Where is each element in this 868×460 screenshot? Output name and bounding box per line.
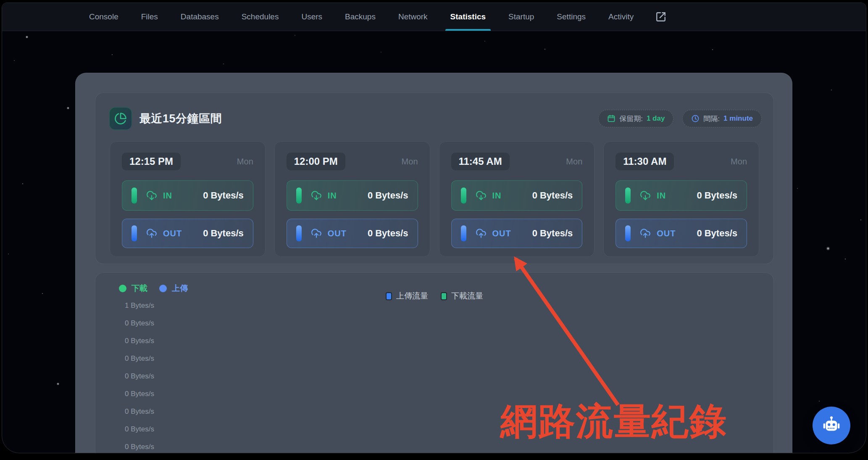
cloud-download-icon	[146, 190, 157, 201]
out-label: OUT	[328, 229, 347, 238]
clock-icon	[691, 114, 700, 123]
in-label: IN	[492, 191, 502, 201]
day-label: Mon	[237, 157, 253, 167]
download-traffic-label: 下載流量	[451, 291, 483, 301]
external-link-button[interactable]	[651, 3, 671, 31]
chart-legend: 上傳流量 下載流量	[95, 291, 773, 301]
tab-backups[interactable]: Backups	[340, 3, 381, 31]
in-indicator-bar	[625, 188, 631, 204]
y-axis-tick: 1 Bytes/s	[125, 301, 154, 310]
interval-badge: 間隔: 1 minute	[682, 110, 762, 127]
app-window: Console Files Databases Schedules Users …	[2, 3, 866, 453]
cloud-upload-icon	[311, 228, 322, 239]
in-value: 0 Bytes/s	[532, 190, 573, 201]
out-label: OUT	[163, 229, 182, 238]
tab-schedules[interactable]: Schedules	[237, 3, 284, 31]
out-label: OUT	[492, 229, 511, 238]
in-value: 0 Bytes/s	[697, 190, 737, 201]
time-chip: 12:00 PM	[287, 153, 345, 170]
traffic-out-row: OUT 0 Bytes/s	[615, 219, 747, 248]
time-chip: 12:15 PM	[122, 153, 181, 170]
retention-value: 1 day	[647, 114, 665, 123]
time-card: 12:00 PM Mon IN 0 Bytes/s OUT 0 Bytes/s	[274, 141, 430, 257]
in-indicator-bar	[461, 188, 466, 204]
y-axis-tick: 0 Bytes/s	[125, 390, 154, 398]
out-indicator-bar	[625, 225, 631, 241]
day-label: Mon	[402, 157, 418, 167]
y-axis-tick: 0 Bytes/s	[125, 354, 154, 363]
page-title: 最近15分鐘區間	[139, 111, 222, 126]
interval-stats-card: 最近15分鐘區間 保留期: 1 day 間隔:	[95, 93, 774, 264]
traffic-in-row: IN 0 Bytes/s	[122, 180, 253, 211]
day-label: Mon	[566, 157, 582, 167]
time-card: 12:15 PM Mon IN 0 Bytes/s OUT 0 Bytes/s	[110, 141, 266, 257]
tab-network[interactable]: Network	[393, 3, 433, 31]
cloud-download-icon	[311, 190, 322, 201]
tab-databases[interactable]: Databases	[176, 3, 224, 31]
y-axis-tick: 0 Bytes/s	[125, 443, 154, 451]
annotation-text: 網路流量紀錄	[500, 401, 752, 442]
in-indicator-bar	[132, 188, 137, 204]
out-indicator-bar	[296, 225, 302, 241]
legend-item-download-traffic[interactable]: 下載流量	[441, 291, 483, 301]
in-label: IN	[328, 191, 337, 201]
tab-files[interactable]: Files	[136, 3, 163, 31]
out-value: 0 Bytes/s	[532, 228, 573, 239]
y-axis-tick: 0 Bytes/s	[125, 425, 154, 434]
tab-activity[interactable]: Activity	[603, 3, 639, 31]
retention-badge: 保留期: 1 day	[598, 110, 673, 127]
time-card: 11:45 AM Mon IN 0 Bytes/s OUT 0 Bytes/s	[439, 141, 595, 257]
out-indicator-bar	[132, 225, 137, 241]
in-value: 0 Bytes/s	[368, 190, 408, 201]
card-header: 最近15分鐘區間	[109, 107, 222, 130]
time-chip: 11:45 AM	[451, 153, 510, 170]
tab-settings[interactable]: Settings	[552, 3, 591, 31]
tab-startup[interactable]: Startup	[503, 3, 539, 31]
traffic-in-row: IN 0 Bytes/s	[615, 180, 747, 211]
traffic-in-row: IN 0 Bytes/s	[287, 180, 418, 211]
in-label: IN	[657, 191, 666, 201]
interval-value: 1 minute	[723, 114, 753, 123]
top-navigation: Console Files Databases Schedules Users …	[2, 3, 866, 31]
pie-chart-icon	[114, 112, 127, 125]
retention-label: 保留期:	[619, 114, 643, 124]
assistant-fab-button[interactable]	[813, 407, 850, 444]
y-axis-tick: 0 Bytes/s	[125, 407, 154, 416]
calendar-icon	[607, 114, 615, 123]
y-axis-ticks: 1 Bytes/s 0 Bytes/s 0 Bytes/s 0 Bytes/s …	[125, 301, 154, 453]
y-axis-tick: 0 Bytes/s	[125, 372, 154, 381]
out-label: OUT	[657, 229, 676, 238]
pie-chart-icon-chip	[109, 107, 132, 130]
time-cards-row: 12:15 PM Mon IN 0 Bytes/s OUT 0 Bytes/s	[110, 141, 759, 257]
settings-badges: 保留期: 1 day 間隔: 1 minute	[598, 110, 762, 127]
out-value: 0 Bytes/s	[203, 228, 244, 239]
traffic-in-row: IN 0 Bytes/s	[451, 180, 583, 211]
traffic-out-row: OUT 0 Bytes/s	[122, 219, 253, 248]
time-card: 11:30 AM Mon IN 0 Bytes/s OUT 0 Bytes/s	[603, 141, 759, 257]
cloud-upload-icon	[146, 228, 157, 239]
interval-label: 間隔:	[703, 114, 720, 124]
upload-traffic-label: 上傳流量	[396, 291, 428, 301]
out-value: 0 Bytes/s	[697, 228, 737, 239]
legend-item-upload-traffic[interactable]: 上傳流量	[386, 291, 428, 301]
y-axis-tick: 0 Bytes/s	[125, 319, 154, 328]
download-traffic-swatch-icon	[441, 292, 447, 300]
out-value: 0 Bytes/s	[368, 228, 408, 239]
cloud-upload-icon	[640, 228, 651, 239]
traffic-out-row: OUT 0 Bytes/s	[451, 219, 583, 248]
screenshot-root: Console Files Databases Schedules Users …	[0, 0, 868, 460]
tab-statistics[interactable]: Statistics	[445, 3, 491, 31]
cloud-download-icon	[476, 190, 487, 201]
robot-icon	[821, 415, 842, 436]
tab-console[interactable]: Console	[84, 3, 124, 31]
in-indicator-bar	[296, 188, 302, 204]
out-indicator-bar	[461, 225, 466, 241]
external-link-icon	[655, 11, 666, 22]
in-value: 0 Bytes/s	[203, 190, 244, 201]
y-axis-tick: 0 Bytes/s	[125, 337, 154, 345]
cloud-download-icon	[640, 190, 651, 201]
traffic-out-row: OUT 0 Bytes/s	[287, 219, 418, 248]
tab-users[interactable]: Users	[296, 3, 327, 31]
day-label: Mon	[731, 157, 747, 167]
time-chip: 11:30 AM	[615, 153, 674, 170]
